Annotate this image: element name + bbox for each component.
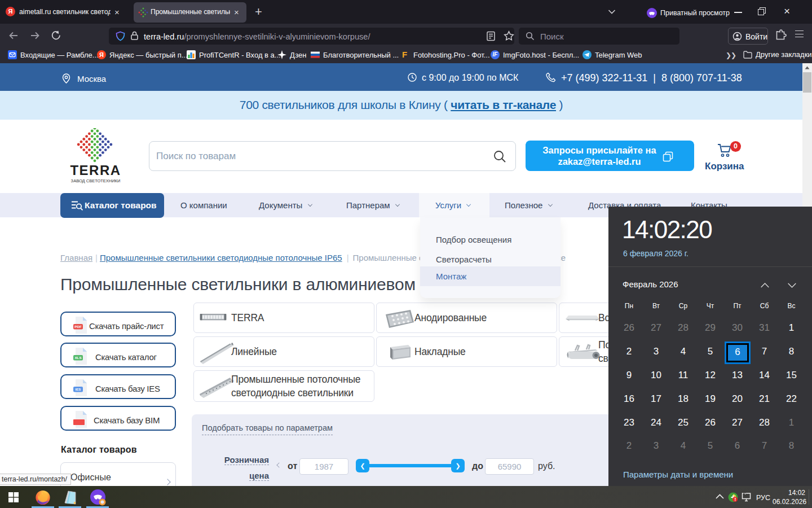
svg-text:XLS: XLS (74, 356, 81, 360)
svg-text:IES: IES (76, 387, 81, 391)
svg-text:PDF: PDF (74, 325, 82, 329)
